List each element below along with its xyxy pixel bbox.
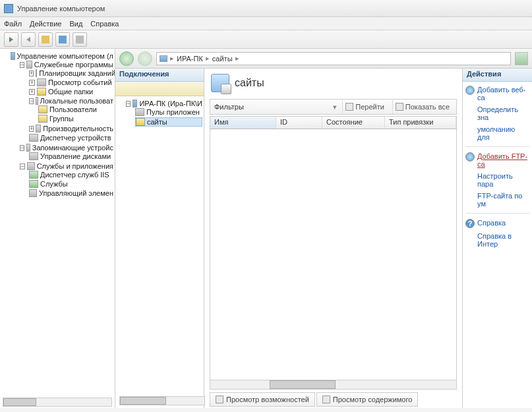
connections-toolbar[interactable] — [115, 82, 204, 96]
folder-icon — [37, 88, 46, 96]
expand-icon[interactable]: + — [29, 126, 34, 132]
tree-groups[interactable]: Группы — [38, 115, 113, 123]
action-add-ftp[interactable]: Добавить FTP-са — [465, 152, 529, 168]
tree-storage[interactable]: −Запоминающие устройс — [20, 144, 113, 152]
refresh-button[interactable] — [515, 52, 528, 65]
action-set-defaults-line2: умолчанию для — [465, 125, 529, 141]
action-separator — [465, 213, 529, 214]
globe-icon — [465, 152, 475, 162]
tree-device-manager[interactable]: Диспетчер устройств — [29, 134, 113, 142]
nav-back-button[interactable] — [119, 51, 134, 66]
tree-task-scheduler[interactable]: +Планировщик заданий — [29, 69, 113, 77]
clock-icon — [36, 69, 37, 77]
conn-sites[interactable]: сайты — [135, 117, 202, 127]
tree-users[interactable]: Пользователи — [38, 105, 113, 113]
col-id[interactable]: ID — [276, 117, 322, 129]
col-binding[interactable]: Тип привязки — [385, 117, 456, 129]
scroll-thumb[interactable] — [270, 380, 336, 389]
expand-icon[interactable]: + — [29, 80, 35, 86]
action-online-help[interactable]: Справка в Интер — [465, 232, 529, 248]
help-icon: ? — [465, 219, 475, 228]
nav-forward-button[interactable] — [138, 51, 152, 66]
collapse-icon[interactable]: − — [20, 163, 25, 169]
tree-iis-manager[interactable]: Диспетчер служб IIS — [29, 171, 113, 179]
action-help[interactable]: ?Справка — [465, 219, 529, 228]
tools-icon — [26, 61, 32, 69]
menu-file[interactable]: Файл — [4, 20, 22, 28]
page-title: сайты — [235, 77, 264, 89]
connections-header: Подключения — [115, 69, 204, 82]
expand-icon[interactable]: + — [29, 89, 35, 95]
status-bar — [0, 408, 532, 412]
mmc-tree-pane: Управление компьютером (л −Служебные про… — [0, 49, 115, 408]
tree-shared-folders[interactable]: +Общие папки — [29, 88, 113, 96]
forward-button[interactable] — [21, 32, 36, 47]
toolbar-button-3[interactable] — [73, 32, 87, 47]
tree-services[interactable]: Службы — [29, 180, 113, 188]
actions-pane: Действия Добавить веб-са Определить зна … — [463, 69, 532, 408]
showall-icon — [396, 103, 403, 111]
toolbar — [0, 30, 532, 49]
apppool-icon — [135, 108, 144, 116]
scroll-thumb[interactable] — [3, 398, 36, 406]
device-icon — [29, 134, 38, 142]
tree-disk-management[interactable]: Управление дисками — [29, 152, 113, 160]
features-icon — [216, 396, 223, 403]
filter-showall-button[interactable]: Показать все — [392, 100, 452, 114]
tab-features-view[interactable]: Просмотр возможностей — [210, 392, 315, 407]
disk-icon — [29, 152, 38, 160]
collapse-icon[interactable]: − — [126, 101, 131, 107]
filter-go-button[interactable]: Перейти — [342, 100, 387, 114]
breadcrumb-sep: ▸ — [235, 54, 239, 63]
title-bar: Управление компьютером — [0, 0, 532, 17]
sites-icon — [136, 118, 145, 126]
grid-h-scrollbar[interactable] — [210, 380, 456, 389]
menu-help[interactable]: Справка — [90, 20, 119, 28]
menu-view[interactable]: Вид — [69, 20, 82, 28]
action-set-defaults[interactable]: Определить зна — [465, 105, 529, 121]
tree-event-viewer[interactable]: +Просмотр событий — [29, 78, 113, 86]
breadcrumb-node[interactable]: сайты — [212, 55, 233, 63]
action-ftp-params[interactable]: Настроить пара — [465, 172, 529, 188]
col-state[interactable]: Состояние — [322, 117, 385, 129]
expand-icon[interactable]: + — [29, 71, 34, 76]
toolbar-button-2[interactable] — [55, 32, 70, 47]
tree-system-tools[interactable]: −Служебные программы — [20, 61, 113, 69]
window-title: Управление компьютером — [17, 5, 105, 13]
conn-host[interactable]: −ИРА-ПК (Ира-ПК\И — [126, 100, 202, 107]
tree-local-users[interactable]: −Локальные пользоват — [29, 97, 113, 105]
tree-h-scrollbar[interactable] — [3, 397, 112, 407]
collapse-icon[interactable]: − — [20, 62, 24, 68]
breadcrumb[interactable]: ▸ ИРА-ПК ▸ сайты ▸ — [156, 52, 511, 65]
tree-services-apps[interactable]: −Службы и приложения — [20, 162, 113, 170]
collapse-icon[interactable]: − — [29, 98, 34, 104]
scroll-thumb[interactable] — [120, 397, 166, 405]
wmi-icon — [29, 189, 37, 197]
center-pane: сайты Фильтры ▾ Перейти Показать все Имя… — [204, 69, 463, 408]
col-name[interactable]: Имя — [210, 117, 276, 129]
content-icon — [322, 396, 330, 403]
back-button[interactable] — [4, 32, 18, 47]
tree-wmi[interactable]: Управляющий элемен — [29, 189, 113, 197]
event-icon — [37, 78, 46, 86]
filter-dropdown-icon[interactable]: ▾ — [333, 103, 337, 111]
action-separator — [465, 146, 529, 147]
toolbar-button-1[interactable] — [38, 32, 53, 47]
collapse-icon[interactable]: − — [20, 145, 24, 151]
tree-performance[interactable]: +Производительность — [29, 125, 113, 132]
go-icon — [345, 103, 353, 111]
menu-action[interactable]: Действие — [30, 20, 61, 28]
services-icon — [27, 162, 35, 170]
breadcrumb-sep: ▸ — [206, 54, 210, 63]
breadcrumb-host[interactable]: ИРА-ПК — [177, 55, 203, 63]
action-add-website[interactable]: Добавить веб-са — [465, 86, 529, 102]
app-icon — [4, 4, 13, 13]
conn-h-scrollbar[interactable] — [119, 396, 205, 405]
connections-pane: Подключения −ИРА-ПК (Ира-ПК\И Пулы прило… — [115, 69, 204, 408]
tab-content-view[interactable]: Просмотр содержимого — [316, 392, 419, 407]
conn-app-pools[interactable]: Пулы приложен — [135, 108, 202, 116]
filter-bar: Фильтры ▾ Перейти Показать все — [210, 99, 457, 115]
tree-root[interactable]: Управление компьютером (л — [11, 52, 113, 60]
gear-icon — [29, 180, 38, 188]
grid-body[interactable] — [210, 129, 457, 390]
